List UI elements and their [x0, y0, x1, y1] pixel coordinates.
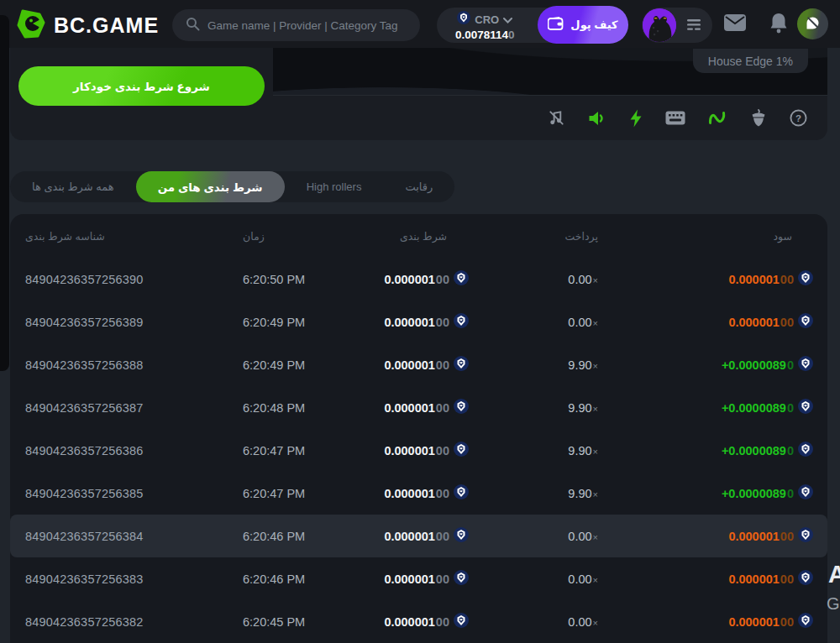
game-toolbar: ? — [273, 95, 827, 140]
house-edge-badge: House Edge 1% — [693, 49, 808, 73]
sound-icon[interactable] — [588, 110, 606, 127]
bet-profit: +0.00000890 — [598, 399, 827, 417]
bet-amount: 0.00000100 — [374, 442, 469, 460]
top-bar: BC.GAME CRO — [0, 0, 840, 48]
cro-coin-icon — [454, 613, 469, 631]
clipped-text-a: A — [828, 561, 840, 588]
table-row[interactable]: 84904236357256383 6:20:46 PM 0.00000100 … — [10, 557, 827, 600]
table-row[interactable]: 84904236357256389 6:20:49 PM 0.00000100 … — [10, 301, 827, 343]
mail-icon[interactable] — [724, 14, 746, 34]
cro-coin-icon — [454, 313, 469, 332]
bet-payout: 0.00× — [469, 572, 598, 587]
bet-profit: +0.00000890 — [598, 484, 827, 503]
cro-coin-icon — [798, 442, 813, 460]
cro-coin-icon — [798, 484, 813, 503]
wallet-button[interactable]: کیف پول — [538, 6, 628, 44]
bet-amount: 0.00000100 — [374, 313, 469, 332]
cro-coin-icon — [454, 270, 469, 289]
bet-id: 84904236357256390 — [10, 273, 223, 286]
menu-icon[interactable] — [686, 18, 701, 34]
bet-payout: 9.90× — [469, 486, 598, 501]
bet-id: 84904236357256388 — [10, 358, 223, 372]
bet-amount: 0.00000100 — [374, 399, 469, 417]
bet-time: 6:20:45 PM — [223, 615, 374, 629]
cro-coin-icon — [457, 11, 470, 28]
bet-payout: 9.90× — [469, 358, 598, 373]
search-input[interactable] — [207, 19, 407, 32]
bell-icon[interactable] — [769, 13, 788, 37]
wallet-icon — [548, 17, 564, 33]
table-row[interactable]: 84904236357256382 6:20:45 PM 0.00000100 … — [10, 600, 827, 643]
live-stats-icon[interactable] — [708, 110, 727, 126]
bet-profit: 0.00000100 — [598, 613, 827, 631]
tab-high-rollers[interactable]: High rollers — [285, 171, 384, 202]
game-canvas: House Edge 1% — [273, 48, 827, 95]
table-row[interactable]: 84904236357256390 6:20:50 PM 0.00000100 … — [10, 258, 827, 301]
bet-controls-panel: شروع شرط بندی خودکار — [10, 48, 273, 140]
bet-id: 84904236357256382 — [10, 615, 223, 629]
wallet-label: کیف پول — [570, 18, 617, 31]
tab-all-bets[interactable]: همه شرط بندی ها — [10, 171, 136, 202]
col-time: زمان — [223, 230, 374, 243]
balance-value: 0.0078114 — [455, 29, 508, 41]
cro-coin-icon — [454, 442, 469, 460]
table-row[interactable]: 84904236357256388 6:20:49 PM 0.00000100 … — [10, 343, 827, 386]
help-icon[interactable]: ? — [790, 109, 807, 127]
bet-payout: 9.90× — [469, 400, 598, 416]
chevron-down-icon — [503, 12, 512, 27]
turbo-icon[interactable] — [629, 109, 643, 128]
tab-race[interactable]: رقابت — [383, 171, 454, 202]
cro-coin-icon — [798, 613, 813, 631]
bet-profit: +0.00000890 — [598, 356, 827, 374]
cro-coin-icon — [798, 356, 813, 374]
cro-coin-icon — [454, 356, 469, 374]
chat-button[interactable] — [797, 8, 828, 39]
chat-icon — [804, 14, 822, 34]
search-icon — [186, 17, 200, 34]
bet-time: 6:20:46 PM — [223, 530, 374, 543]
col-bet-id: شناسه شرط بندی — [10, 230, 223, 243]
bet-payout: 0.00× — [469, 272, 598, 287]
table-row[interactable]: 84904236357256384 6:20:46 PM 0.00000100 … — [10, 515, 827, 557]
bet-profit: +0.00000890 — [598, 442, 827, 460]
cro-coin-icon — [798, 270, 813, 289]
hotkeys-icon[interactable] — [665, 111, 685, 125]
balance-display: CRO 0.00781140 — [455, 11, 515, 41]
table-row[interactable]: 84904236357256386 6:20:47 PM 0.00000100 … — [10, 429, 827, 472]
profile-menu[interactable] — [642, 8, 712, 43]
bet-amount: 0.00000100 — [374, 270, 469, 289]
table-row[interactable]: 84904236357256387 6:20:48 PM 0.00000100 … — [10, 386, 827, 429]
bet-time: 6:20:50 PM — [223, 273, 374, 286]
bet-time: 6:20:48 PM — [223, 401, 374, 415]
bet-id: 84904236357256383 — [10, 572, 223, 586]
bet-profit: 0.00000100 — [598, 527, 827, 546]
bet-payout: 9.90× — [469, 443, 598, 458]
bet-id: 84904236357256387 — [10, 401, 223, 415]
seed-icon[interactable] — [750, 109, 767, 128]
table-row[interactable]: 84904236357256385 6:20:47 PM 0.00000100 … — [10, 472, 827, 515]
game-area: House Edge 1% — [273, 48, 827, 140]
music-off-icon[interactable] — [548, 109, 565, 127]
bet-id: 84904236357256386 — [10, 444, 223, 457]
bcgame-logo[interactable]: BC.GAME — [17, 8, 159, 42]
tab-my-bets[interactable]: شرط بندی های من — [136, 171, 285, 202]
avatar[interactable] — [643, 8, 676, 42]
table-body: 84904236357256390 6:20:50 PM 0.00000100 … — [10, 258, 827, 643]
clipped-text-g: G — [827, 594, 840, 614]
bets-table: شناسه شرط بندی زمان شرط بندی پرداخت سود … — [10, 214, 827, 643]
left-sidebar-edge — [0, 15, 9, 371]
bet-payout: 0.00× — [469, 614, 598, 630]
bet-amount: 0.00000100 — [374, 613, 469, 631]
bet-amount: 0.00000100 — [374, 484, 469, 503]
cro-coin-icon — [798, 527, 813, 546]
bet-amount: 0.00000100 — [374, 570, 469, 588]
bet-profit: 0.00000100 — [598, 270, 827, 289]
svg-text:?: ? — [795, 113, 801, 123]
bet-id: 84904236357256389 — [10, 316, 223, 329]
bet-time: 6:20:49 PM — [223, 358, 374, 372]
start-autobet-button[interactable]: شروع شرط بندی خودکار — [18, 66, 265, 106]
game-search[interactable] — [172, 9, 420, 41]
bet-payout: 0.00× — [469, 315, 598, 330]
currency-code: CRO — [475, 13, 499, 26]
cro-coin-icon — [798, 399, 813, 417]
